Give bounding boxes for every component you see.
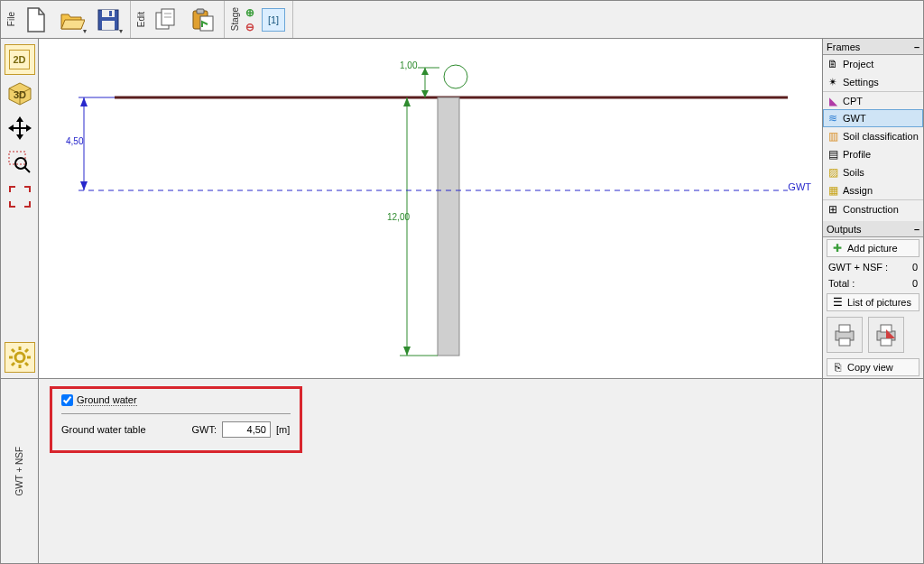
svg-rect-3 <box>102 21 115 30</box>
add-picture-icon: ✚ <box>831 242 844 254</box>
outputs-title: Outputs <box>827 224 862 235</box>
frames-list: 🗎Project ✴Settings ◣CPT ≋GWT ▥Soil class… <box>823 55 923 221</box>
water-icon: ≋ <box>827 112 839 125</box>
dim-depth-label: 4,50 <box>66 136 83 146</box>
svg-marker-18 <box>16 134 23 140</box>
svg-marker-37 <box>421 68 429 75</box>
right-panel: Frames – 🗎Project ✴Settings ◣CPT ≋GWT ▥S… <box>822 39 923 378</box>
frame-soil-classification[interactable]: ▥Soil classification <box>823 127 923 145</box>
copy-view-icon: ⎘ <box>831 361 844 374</box>
list-of-pictures-button[interactable]: ☰List of pictures <box>827 293 919 311</box>
print-button[interactable] <box>827 317 863 353</box>
settings-gear-button[interactable] <box>5 342 35 373</box>
classification-icon: ▥ <box>827 130 839 143</box>
frame-cpt[interactable]: ◣CPT <box>823 91 923 109</box>
profile-icon: ▤ <box>827 148 839 161</box>
svg-rect-34 <box>438 97 459 356</box>
separator <box>61 413 291 414</box>
svg-rect-54 <box>881 338 892 346</box>
frame-project[interactable]: 🗎Project <box>823 55 923 73</box>
gwt-unit-label: [m] <box>276 424 290 435</box>
frames-panel-header: Frames – <box>823 39 923 55</box>
frame-soils[interactable]: ▨Soils <box>823 163 923 181</box>
svg-point-35 <box>444 65 467 88</box>
paste-button[interactable] <box>186 4 218 36</box>
svg-point-24 <box>15 353 24 362</box>
drawing-svg <box>39 39 822 378</box>
frames-minimize-button[interactable]: – <box>914 42 919 52</box>
gwt-field-short: GWT: <box>184 424 217 435</box>
frames-title: Frames <box>827 42 860 52</box>
open-file-button[interactable] <box>56 4 88 36</box>
bottom-tab-label: GWT + NSF <box>14 447 24 496</box>
frame-construction[interactable]: ⊞Construction <box>823 199 923 217</box>
svg-rect-4 <box>109 11 112 16</box>
svg-marker-42 <box>403 347 411 356</box>
add-picture-button[interactable]: ✚Add picture <box>827 239 919 257</box>
dim-length-label: 12,00 <box>387 212 410 222</box>
pan-button[interactable] <box>5 113 35 143</box>
svg-rect-50 <box>839 325 850 332</box>
stage-group: Stage ⊕ ⊖ [1] <box>225 1 293 38</box>
list-icon: ☰ <box>831 296 844 309</box>
left-tool-rail: 2D 3D <box>1 39 39 378</box>
svg-marker-19 <box>8 125 14 132</box>
dim-top-label: 1,00 <box>400 60 417 70</box>
svg-line-23 <box>24 167 30 172</box>
construction-icon: ⊞ <box>827 203 839 216</box>
copy-button[interactable] <box>150 4 182 36</box>
svg-line-31 <box>25 349 28 352</box>
outputs-total-row: Total :0 <box>823 275 923 291</box>
gwt-value-input[interactable] <box>222 421 271 438</box>
svg-marker-20 <box>26 125 32 132</box>
outputs-panel-header: Outputs – <box>823 221 923 237</box>
new-file-button[interactable] <box>20 4 52 36</box>
top-toolbar: File Edit Stage ⊕ ⊖ <box>1 1 923 39</box>
document-icon: 🗎 <box>827 58 839 70</box>
frame-settings[interactable]: ✴Settings <box>823 73 923 91</box>
file-group-label: File <box>5 12 18 26</box>
assign-icon: ▦ <box>827 184 839 197</box>
remove-stage-button[interactable]: ⊖ <box>244 21 256 33</box>
edit-group: Edit <box>131 1 225 38</box>
view-3d-button[interactable]: 3D <box>5 79 35 109</box>
svg-marker-17 <box>16 116 23 122</box>
stage-tab-1[interactable]: [1] <box>262 8 285 32</box>
gwt-form-area: Ground water Ground water table GWT: [m] <box>39 379 822 563</box>
gwt-field-label: Ground water table <box>61 424 179 435</box>
gwt-highlight-box: Ground water Ground water table GWT: [m] <box>50 386 302 453</box>
bottom-right-spacer <box>822 379 923 563</box>
file-group: File <box>1 1 131 38</box>
print-preview-button[interactable] <box>868 317 904 353</box>
svg-line-29 <box>12 349 14 352</box>
add-stage-button[interactable]: ⊕ <box>244 6 256 19</box>
svg-text:3D: 3D <box>13 89 25 100</box>
edit-group-label: Edit <box>134 12 148 27</box>
zoom-button[interactable] <box>5 147 35 178</box>
svg-line-32 <box>12 363 14 365</box>
extents-button[interactable] <box>5 181 35 212</box>
view-2d-button[interactable]: 2D <box>5 44 35 75</box>
copy-view-button[interactable]: ⎘Copy view <box>827 358 919 376</box>
outputs-minimize-button[interactable]: – <box>914 224 919 235</box>
frame-gwt[interactable]: ≋GWT <box>823 109 923 127</box>
bottom-tab-rail: GWT + NSF <box>1 379 39 563</box>
svg-marker-46 <box>80 181 88 190</box>
svg-rect-51 <box>839 338 850 346</box>
cpt-icon: ◣ <box>827 95 839 107</box>
frame-profile[interactable]: ▤Profile <box>823 145 923 163</box>
soils-icon: ▨ <box>827 166 839 179</box>
svg-rect-2 <box>102 10 115 17</box>
frame-assign[interactable]: ▦Assign <box>823 181 923 199</box>
stage-group-label: Stage <box>228 7 242 31</box>
gwt-line-label: GWT <box>788 181 811 192</box>
viewport-canvas[interactable]: 1,00 12,00 4,50 GWT <box>39 39 822 378</box>
outputs-gwt-count-row: GWT + NSF :0 <box>823 259 923 275</box>
svg-marker-0 <box>28 8 44 32</box>
save-file-button[interactable] <box>92 4 125 36</box>
ground-water-checkbox-label[interactable]: Ground water <box>77 394 137 406</box>
svg-line-30 <box>25 363 28 365</box>
ground-water-checkbox[interactable] <box>61 394 73 406</box>
svg-marker-45 <box>80 97 88 106</box>
gear-icon: ✴ <box>827 76 839 88</box>
